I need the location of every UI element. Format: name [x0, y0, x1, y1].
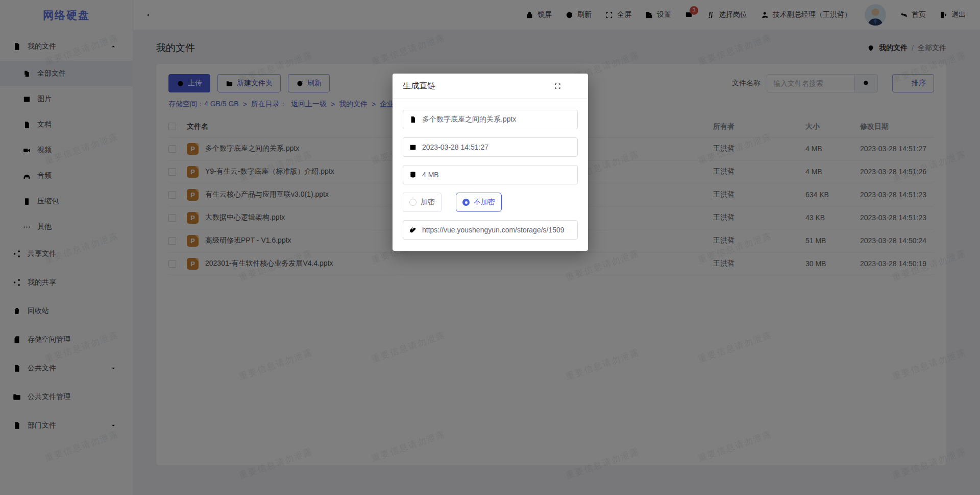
- maximize-dialog-icon[interactable]: [554, 82, 561, 90]
- direct-link-field[interactable]: https://vue.youshengyun.com/storage/s/15…: [403, 220, 578, 240]
- radio-checked-icon: [462, 199, 470, 206]
- link-file-name-field: 多个数字底座之间的关系.pptx: [403, 110, 578, 129]
- dialog-header: 生成直链: [393, 74, 588, 99]
- database-icon: [409, 171, 417, 179]
- no-encrypt-option[interactable]: 不加密: [456, 193, 502, 212]
- generate-link-dialog: 生成直链 多个数字底座之间的关系.pptx 2023-03-28 14:51:2…: [393, 74, 588, 251]
- direct-link-url[interactable]: https://vue.youshengyun.com/storage/s/15…: [422, 226, 565, 234]
- link-file-size: 4 MB: [422, 171, 439, 179]
- dialog-body: 多个数字底座之间的关系.pptx 2023-03-28 14:51:27 4 M…: [393, 99, 588, 251]
- paperclip-icon: [409, 226, 417, 234]
- encrypt-option[interactable]: 加密: [403, 193, 442, 212]
- dialog-title: 生成直链: [403, 81, 435, 91]
- calendar-icon: [409, 143, 417, 151]
- file-icon: [409, 115, 417, 124]
- no-encrypt-option-label: 不加密: [474, 198, 495, 207]
- link-file-date-field: 2023-03-28 14:51:27: [403, 137, 578, 157]
- link-file-size-field: 4 MB: [403, 165, 578, 184]
- radio-unchecked-icon: [409, 199, 416, 206]
- link-file-date: 2023-03-28 14:51:27: [422, 143, 488, 151]
- link-file-name: 多个数字底座之间的关系.pptx: [422, 115, 516, 124]
- encrypt-option-label: 加密: [421, 198, 435, 207]
- encrypt-radio-group: 加密 不加密: [403, 193, 578, 212]
- close-icon[interactable]: [569, 82, 578, 90]
